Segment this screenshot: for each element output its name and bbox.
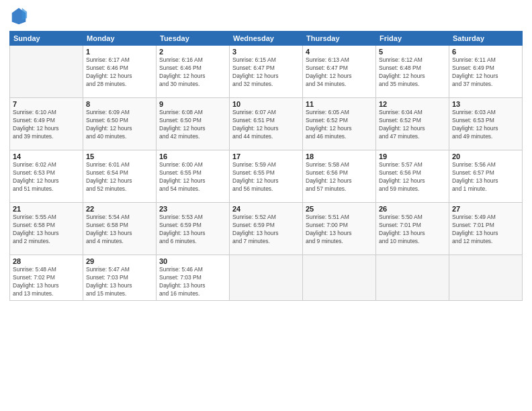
weekday-header-row: SundayMondayTuesdayWednesdayThursdayFrid…	[10, 32, 523, 46]
calendar-cell: 15Sunrise: 6:01 AM Sunset: 6:54 PM Dayli…	[83, 150, 157, 203]
calendar-week-row: 14Sunrise: 6:02 AM Sunset: 6:53 PM Dayli…	[10, 150, 523, 203]
day-number: 1	[86, 48, 153, 56]
day-info: Sunrise: 6:10 AM Sunset: 6:49 PM Dayligh…	[13, 109, 80, 141]
day-info: Sunrise: 5:57 AM Sunset: 6:56 PM Dayligh…	[379, 161, 446, 193]
calendar-cell: 29Sunrise: 5:47 AM Sunset: 7:03 PM Dayli…	[83, 255, 157, 301]
calendar-cell: 5Sunrise: 6:12 AM Sunset: 6:48 PM Daylig…	[376, 46, 449, 98]
day-number: 20	[452, 152, 519, 161]
calendar-cell: 6Sunrise: 6:11 AM Sunset: 6:49 PM Daylig…	[449, 46, 523, 98]
weekday-header-wednesday: Wednesday	[230, 32, 303, 46]
day-number: 17	[232, 152, 300, 161]
weekday-header-thursday: Thursday	[303, 32, 376, 46]
day-number: 10	[232, 100, 300, 108]
day-info: Sunrise: 5:49 AM Sunset: 7:01 PM Dayligh…	[452, 214, 519, 246]
calendar-cell: 13Sunrise: 6:03 AM Sunset: 6:53 PM Dayli…	[449, 98, 523, 150]
day-number: 2	[159, 48, 226, 56]
day-info: Sunrise: 6:00 AM Sunset: 6:55 PM Dayligh…	[159, 161, 226, 193]
calendar-cell	[230, 255, 303, 301]
day-number: 14	[13, 152, 80, 161]
day-number: 23	[159, 205, 226, 213]
calendar-cell: 28Sunrise: 5:48 AM Sunset: 7:02 PM Dayli…	[10, 255, 83, 301]
day-number: 12	[379, 100, 446, 108]
calendar-cell: 12Sunrise: 6:04 AM Sunset: 6:52 PM Dayli…	[376, 98, 449, 150]
calendar-cell: 3Sunrise: 6:15 AM Sunset: 6:47 PM Daylig…	[230, 46, 303, 98]
calendar-cell: 16Sunrise: 6:00 AM Sunset: 6:55 PM Dayli…	[157, 150, 230, 203]
calendar-cell	[303, 255, 376, 301]
calendar-cell: 23Sunrise: 5:53 AM Sunset: 6:59 PM Dayli…	[157, 203, 230, 255]
day-number: 18	[306, 152, 373, 161]
svg-marker-1	[22, 8, 27, 21]
day-info: Sunrise: 6:09 AM Sunset: 6:50 PM Dayligh…	[86, 109, 153, 141]
calendar-cell: 11Sunrise: 6:05 AM Sunset: 6:52 PM Dayli…	[303, 98, 376, 150]
calendar-cell: 9Sunrise: 6:08 AM Sunset: 6:50 PM Daylig…	[157, 98, 230, 150]
day-info: Sunrise: 6:03 AM Sunset: 6:53 PM Dayligh…	[452, 109, 519, 141]
day-info: Sunrise: 6:05 AM Sunset: 6:52 PM Dayligh…	[306, 109, 373, 141]
day-info: Sunrise: 5:47 AM Sunset: 7:03 PM Dayligh…	[86, 266, 153, 298]
calendar-cell: 17Sunrise: 5:59 AM Sunset: 6:55 PM Dayli…	[230, 150, 303, 203]
day-info: Sunrise: 5:51 AM Sunset: 7:00 PM Dayligh…	[306, 214, 373, 246]
calendar-cell: 1Sunrise: 6:17 AM Sunset: 6:46 PM Daylig…	[83, 46, 157, 98]
day-number: 19	[379, 152, 446, 161]
day-info: Sunrise: 5:56 AM Sunset: 6:57 PM Dayligh…	[452, 161, 519, 193]
calendar-cell: 30Sunrise: 5:46 AM Sunset: 7:03 PM Dayli…	[157, 255, 230, 301]
calendar-cell: 21Sunrise: 5:55 AM Sunset: 6:58 PM Dayli…	[10, 203, 83, 255]
day-number: 22	[86, 205, 153, 213]
calendar-cell: 18Sunrise: 5:58 AM Sunset: 6:56 PM Dayli…	[303, 150, 376, 203]
calendar-cell: 27Sunrise: 5:49 AM Sunset: 7:01 PM Dayli…	[449, 203, 523, 255]
day-number: 4	[306, 48, 373, 56]
logo-icon	[9, 7, 28, 26]
calendar-cell: 7Sunrise: 6:10 AM Sunset: 6:49 PM Daylig…	[10, 98, 83, 150]
day-info: Sunrise: 5:46 AM Sunset: 7:03 PM Dayligh…	[159, 266, 226, 298]
day-number: 9	[159, 100, 226, 108]
day-number: 7	[13, 100, 80, 108]
day-info: Sunrise: 5:48 AM Sunset: 7:02 PM Dayligh…	[13, 266, 80, 298]
logo	[9, 7, 31, 26]
calendar-week-row: 21Sunrise: 5:55 AM Sunset: 6:58 PM Dayli…	[10, 203, 523, 255]
day-number: 27	[452, 205, 519, 213]
day-number: 6	[452, 48, 519, 56]
day-info: Sunrise: 6:16 AM Sunset: 6:46 PM Dayligh…	[159, 56, 226, 89]
day-number: 30	[159, 257, 226, 265]
day-number: 13	[452, 100, 519, 108]
day-info: Sunrise: 5:50 AM Sunset: 7:01 PM Dayligh…	[379, 214, 446, 246]
calendar-cell: 2Sunrise: 6:16 AM Sunset: 6:46 PM Daylig…	[157, 46, 230, 98]
day-number: 15	[86, 152, 153, 161]
day-number: 5	[379, 48, 446, 56]
calendar-cell: 19Sunrise: 5:57 AM Sunset: 6:56 PM Dayli…	[376, 150, 449, 203]
calendar-week-row: 28Sunrise: 5:48 AM Sunset: 7:02 PM Dayli…	[10, 255, 523, 301]
day-info: Sunrise: 5:58 AM Sunset: 6:56 PM Dayligh…	[306, 161, 373, 193]
day-info: Sunrise: 5:54 AM Sunset: 6:58 PM Dayligh…	[86, 214, 153, 246]
calendar-cell: 4Sunrise: 6:13 AM Sunset: 6:47 PM Daylig…	[303, 46, 376, 98]
day-info: Sunrise: 6:13 AM Sunset: 6:47 PM Dayligh…	[306, 56, 373, 89]
page: SundayMondayTuesdayWednesdayThursdayFrid…	[0, 0, 532, 411]
day-number: 8	[86, 100, 153, 108]
calendar-cell: 14Sunrise: 6:02 AM Sunset: 6:53 PM Dayli…	[10, 150, 83, 203]
calendar-week-row: 1Sunrise: 6:17 AM Sunset: 6:46 PM Daylig…	[10, 46, 523, 98]
calendar-cell	[449, 255, 523, 301]
calendar-cell: 20Sunrise: 5:56 AM Sunset: 6:57 PM Dayli…	[449, 150, 523, 203]
day-info: Sunrise: 6:17 AM Sunset: 6:46 PM Dayligh…	[86, 56, 153, 89]
day-info: Sunrise: 6:08 AM Sunset: 6:50 PM Dayligh…	[159, 109, 226, 141]
day-info: Sunrise: 6:11 AM Sunset: 6:49 PM Dayligh…	[452, 56, 519, 89]
day-info: Sunrise: 5:53 AM Sunset: 6:59 PM Dayligh…	[159, 214, 226, 246]
day-info: Sunrise: 5:52 AM Sunset: 6:59 PM Dayligh…	[232, 214, 300, 246]
weekday-header-sunday: Sunday	[10, 32, 83, 46]
day-number: 21	[13, 205, 80, 213]
day-info: Sunrise: 6:12 AM Sunset: 6:48 PM Dayligh…	[379, 56, 446, 89]
calendar-table: SundayMondayTuesdayWednesdayThursdayFrid…	[9, 31, 523, 301]
weekday-header-monday: Monday	[83, 32, 157, 46]
calendar-cell: 8Sunrise: 6:09 AM Sunset: 6:50 PM Daylig…	[83, 98, 157, 150]
weekday-header-friday: Friday	[376, 32, 449, 46]
day-number: 29	[86, 257, 153, 265]
calendar-cell	[376, 255, 449, 301]
day-number: 25	[306, 205, 373, 213]
calendar-cell: 25Sunrise: 5:51 AM Sunset: 7:00 PM Dayli…	[303, 203, 376, 255]
header	[9, 7, 523, 26]
calendar-cell: 24Sunrise: 5:52 AM Sunset: 6:59 PM Dayli…	[230, 203, 303, 255]
calendar-week-row: 7Sunrise: 6:10 AM Sunset: 6:49 PM Daylig…	[10, 98, 523, 150]
weekday-header-saturday: Saturday	[449, 32, 523, 46]
calendar-cell: 22Sunrise: 5:54 AM Sunset: 6:58 PM Dayli…	[83, 203, 157, 255]
day-info: Sunrise: 6:02 AM Sunset: 6:53 PM Dayligh…	[13, 161, 80, 193]
day-number: 26	[379, 205, 446, 213]
day-number: 16	[159, 152, 226, 161]
